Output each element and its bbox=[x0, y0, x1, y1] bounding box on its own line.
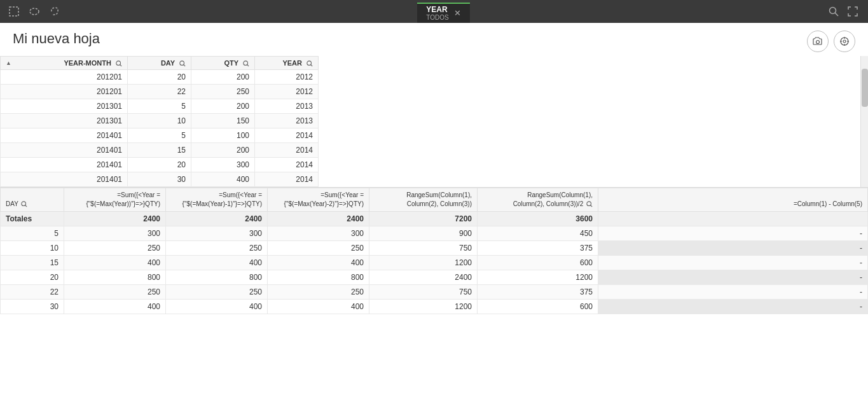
bcol-sum-max2: =Sum({<Year ={"$(=Max(Year)-2)"}=>}QTY) bbox=[268, 188, 369, 212]
svg-point-21 bbox=[587, 202, 591, 206]
tab-area: YEAR TODOS ✕ bbox=[417, 0, 469, 23]
svg-point-13 bbox=[180, 61, 184, 66]
main-content: Mi nueva hoja ▲ YEAR-MONTH bbox=[0, 23, 868, 395]
search-day-icon[interactable] bbox=[179, 59, 186, 67]
svg-line-14 bbox=[184, 65, 186, 67]
table-row: 201201202002012 bbox=[1, 70, 868, 85]
search-qty-icon[interactable] bbox=[243, 59, 249, 67]
search-bday-icon[interactable] bbox=[21, 200, 27, 209]
tab-subtitle: TODOS bbox=[426, 14, 448, 22]
select-lasso-icon[interactable] bbox=[47, 4, 62, 19]
search-year-month-icon[interactable] bbox=[116, 59, 122, 67]
svg-line-12 bbox=[120, 65, 122, 67]
svg-point-11 bbox=[116, 61, 121, 66]
svg-line-22 bbox=[591, 205, 593, 207]
search-rangesum-icon[interactable] bbox=[586, 200, 593, 209]
bcol-sum-max1: =Sum({<Year ={"$(=Max(Year)-1)"}=>}QTY) bbox=[166, 188, 268, 212]
bottom-table-wrapper: DAY =Sum({<Year ={"$(=Max(Year))"}=>}QTY… bbox=[0, 188, 868, 395]
select-rect-icon[interactable] bbox=[6, 4, 22, 19]
table-row: 20140151002014 bbox=[1, 128, 868, 143]
table-row: 201401203002014 bbox=[1, 158, 868, 172]
totals-row: Totales24002400240072003600 bbox=[1, 212, 868, 226]
topbar: YEAR TODOS ✕ bbox=[0, 0, 868, 23]
col-qty: QTY bbox=[191, 57, 255, 70]
page-actions bbox=[807, 31, 855, 52]
table-row: 5300300300900450- bbox=[1, 226, 868, 241]
topbar-right bbox=[818, 0, 868, 23]
search-icon[interactable] bbox=[826, 4, 841, 19]
bcol-rangesum: RangeSum(Column(1),Column(2), Column(3)) bbox=[369, 188, 478, 212]
col-year: YEAR bbox=[255, 57, 319, 70]
close-tab-button[interactable]: ✕ bbox=[454, 8, 461, 18]
svg-line-3 bbox=[835, 13, 838, 16]
top-table: ▲ YEAR-MONTH DAY bbox=[0, 56, 868, 187]
svg-line-16 bbox=[247, 65, 249, 67]
page-title: Mi nueva hoja bbox=[13, 31, 100, 47]
fullscreen-icon[interactable] bbox=[845, 4, 860, 19]
col-day: DAY bbox=[128, 57, 191, 70]
table-row: 22250250250750375- bbox=[1, 285, 868, 300]
svg-line-20 bbox=[25, 205, 27, 207]
svg-point-1 bbox=[30, 8, 39, 15]
sort-icon: ▲ bbox=[6, 60, 11, 66]
bcol-sum-max: =Sum({<Year ={"$(=Max(Year))"}=>}QTY) bbox=[64, 188, 166, 212]
svg-point-4 bbox=[816, 41, 820, 44]
table-row: 201301101502013 bbox=[1, 114, 868, 128]
table-row: 201401304002014 bbox=[1, 172, 868, 187]
scroll-thumb[interactable] bbox=[862, 69, 868, 107]
svg-point-6 bbox=[843, 40, 846, 43]
top-table-header-row: ▲ YEAR-MONTH DAY bbox=[1, 57, 868, 70]
svg-rect-0 bbox=[10, 7, 18, 16]
table-row: 201201222502012 bbox=[1, 85, 868, 99]
active-tab[interactable]: YEAR TODOS ✕ bbox=[417, 3, 469, 23]
table-row: 20130152002013 bbox=[1, 99, 868, 114]
svg-point-17 bbox=[307, 61, 312, 66]
table-row: 2080080080024001200- bbox=[1, 270, 868, 285]
tab-title: YEAR bbox=[426, 5, 448, 14]
bcol-day: DAY bbox=[1, 188, 64, 212]
table-row: 10250250250750375- bbox=[1, 241, 868, 256]
tables-container: ▲ YEAR-MONTH DAY bbox=[0, 56, 868, 395]
table-row: 201401152002014 bbox=[1, 143, 868, 158]
bottom-table-body: Totales240024002400720036005300300300900… bbox=[1, 212, 868, 314]
bottom-table-header-row: DAY =Sum({<Year ={"$(=Max(Year))"}=>}QTY… bbox=[1, 188, 868, 212]
svg-line-18 bbox=[311, 65, 313, 67]
target-button[interactable] bbox=[834, 31, 855, 52]
page-title-bar: Mi nueva hoja bbox=[0, 23, 868, 56]
top-table-wrapper: ▲ YEAR-MONTH DAY bbox=[0, 56, 868, 188]
bcol-col1-col5: =Column(1) - Column(5) bbox=[598, 188, 868, 212]
bottom-table: DAY =Sum({<Year ={"$(=Max(Year))"}=>}QTY… bbox=[0, 188, 868, 314]
vertical-scrollbar[interactable] bbox=[860, 56, 868, 187]
top-table-body: 2012012020020122012012225020122013015200… bbox=[1, 70, 868, 187]
col-empty bbox=[319, 57, 868, 70]
search-year-icon[interactable] bbox=[307, 59, 313, 67]
svg-point-19 bbox=[22, 202, 26, 206]
topbar-left bbox=[0, 0, 69, 23]
svg-point-15 bbox=[244, 61, 248, 66]
table-row: 154004004001200600- bbox=[1, 256, 868, 270]
col-year-month: ▲ YEAR-MONTH bbox=[1, 57, 128, 70]
select-circle-icon[interactable] bbox=[27, 4, 42, 19]
bcol-rangesum-div2: RangeSum(Column(1),Column(2), Column(3))… bbox=[478, 188, 598, 212]
camera-button[interactable] bbox=[807, 31, 829, 52]
table-row: 304004004001200600- bbox=[1, 300, 868, 314]
